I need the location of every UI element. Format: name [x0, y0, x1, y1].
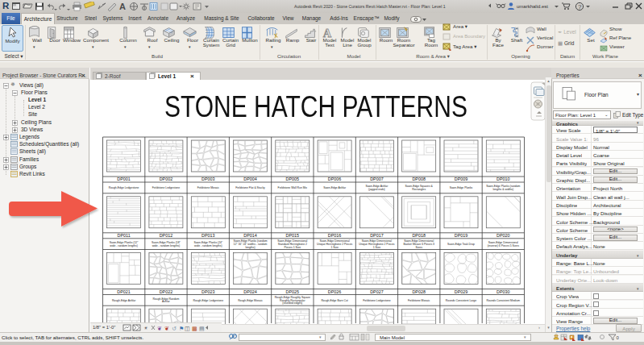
- svg-text:▩: ▩: [192, 326, 197, 331]
- svg-text:Fieldstone Ledgestone: Fieldstone Ledgestone: [152, 186, 180, 189]
- svg-text:DP009: DP009: [455, 177, 467, 181]
- svg-text:DP014: DP014: [243, 233, 256, 238]
- svg-text:?: ?: [578, 3, 582, 10]
- svg-text:Sawn-Edge DimensionalUnique He: Sawn-Edge DimensionalUnique Herringbone …: [359, 239, 395, 248]
- svg-text:Fieldstone Mosaic: Fieldstone Mosaic: [197, 186, 220, 189]
- svg-text:DP022: DP022: [160, 289, 172, 294]
- svg-text:Sawn-Edge Planks (18"wide - ra: Sawn-Edge Planks (18"wide - random lengt…: [152, 241, 181, 247]
- svg-text:⚑: ⚑: [179, 326, 184, 331]
- svg-text:DP013: DP013: [202, 233, 214, 238]
- svg-text:DP003: DP003: [202, 177, 214, 181]
- svg-text:Rough-Edge Mosaic: Rough-Edge Mosaic: [238, 299, 263, 302]
- svg-text:Fieldstone Ledgestone: Fieldstone Ledgestone: [363, 299, 390, 302]
- svg-text:DP023: DP023: [202, 289, 214, 294]
- svg-text:Sawn-Edge DimensionalUnique He: Sawn-Edge DimensionalUnique Herringbone …: [317, 239, 353, 248]
- svg-text:Sawn-Edge Teak Drop: Sawn-Edge Teak Drop: [447, 243, 475, 246]
- svg-text:Sawn-Edge DimensionalStandard: Sawn-Edge DimensionalStandard Herringbon…: [277, 239, 307, 248]
- svg-text:Sawn-Edge Planks: Sawn-Edge Planks: [450, 186, 473, 189]
- svg-text:Sawn-Edge Planks (randomlength: Sawn-Edge Planks (randomlengths & widths…: [486, 185, 520, 191]
- svg-text:0: 0: [617, 335, 620, 340]
- svg-text:DP019: DP019: [455, 233, 467, 238]
- svg-text:DP015: DP015: [286, 233, 299, 238]
- svg-text:DP006: DP006: [328, 177, 341, 181]
- svg-text:DP004: DP004: [243, 177, 256, 181]
- svg-text:DP001: DP001: [117, 177, 130, 181]
- svg-text:Rough-Edge RandomAshlar: Rough-Edge RandomAshlar: [152, 297, 179, 304]
- svg-text:◫: ◫: [185, 326, 190, 331]
- svg-text:DP007: DP007: [370, 177, 383, 181]
- svg-text:Sawn-Edge Squares &Rectangles: Sawn-Edge Squares &Rectangles: [405, 185, 434, 191]
- svg-text:DP002: DP002: [160, 177, 172, 181]
- svg-text:Rough-Edge Ledgestone: Rough-Edge Ledgestone: [193, 299, 223, 302]
- svg-text:DP026: DP026: [328, 289, 341, 294]
- svg-text:Sawn-Edge Ashlar: Sawn-Edge Ashlar: [323, 186, 347, 189]
- svg-text:DP005: DP005: [286, 177, 299, 181]
- svg-text:Sawn-Edge Planks (12"wide - ra: Sawn-Edge Planks (12"wide - random lengt…: [110, 241, 139, 247]
- svg-text:Rounds Consistent Medium: Rounds Consistent Medium: [486, 299, 520, 302]
- svg-text:DP011: DP011: [118, 233, 131, 238]
- svg-text:❦: ❦: [157, 326, 162, 331]
- svg-text:DP029: DP029: [455, 289, 467, 294]
- svg-text:DP016: DP016: [328, 233, 341, 238]
- svg-text:Sawn-Edge Dimensional(inverse): Sawn-Edge Dimensional(inverse) 6 Pieces …: [488, 241, 520, 247]
- svg-text:A: A: [119, 2, 126, 11]
- svg-text:Rough-Edge Roughly SquareRough: Rough-Edge Roughly SquareRoughly Rectang…: [275, 296, 310, 305]
- svg-text:umarkhalid.est: umarkhalid.est: [517, 4, 548, 9]
- svg-text:❦: ❦: [164, 326, 169, 331]
- svg-text:Rough-Edge Ledgestone: Rough-Edge Ledgestone: [109, 186, 139, 189]
- svg-text:Sawn-Edge Planks (24"wide - ra: Sawn-Edge Planks (24"wide - random lengt…: [193, 241, 222, 247]
- svg-text:Rounds Consistent Large: Rounds Consistent Large: [446, 299, 476, 302]
- svg-text:☀: ☀: [143, 326, 148, 330]
- svg-text:DP010: DP010: [497, 177, 509, 181]
- svg-text:DP024: DP024: [243, 289, 256, 294]
- svg-text:Rough-Edge Barn Cut: Rough-Edge Barn Cut: [321, 299, 347, 302]
- svg-text:Sawn-Edge Ashlar(jagged ends): Sawn-Edge Ashlar(jagged ends): [365, 185, 388, 191]
- svg-text:▤: ▤: [199, 326, 205, 331]
- svg-text:DP027: DP027: [370, 289, 383, 294]
- svg-text:Fieldstone Wall Run Mix: Fieldstone Wall Run Mix: [278, 186, 308, 189]
- svg-text:DP008: DP008: [412, 177, 425, 181]
- svg-text:↺: ↺: [172, 326, 177, 331]
- svg-text:Rough-Edge Ashlar: Rough-Edge Ashlar: [112, 299, 136, 302]
- svg-text:DP030: DP030: [497, 289, 509, 294]
- svg-text:Fieldstone Flat & Stacky: Fieldstone Flat & Stacky: [235, 186, 265, 189]
- svg-text:DP028: DP028: [412, 289, 425, 294]
- svg-text:Sawn-Edge Planks (random12" 16: Sawn-Edge Planks (random12" 16" 24" widt…: [233, 239, 267, 248]
- svg-text:DP020: DP020: [497, 233, 509, 238]
- svg-text:DP025: DP025: [286, 289, 299, 294]
- svg-text:DP012: DP012: [160, 233, 172, 238]
- svg-text:Fieldstone Mosaic: Fieldstone Mosaic: [408, 299, 430, 302]
- svg-text:DP021: DP021: [117, 289, 130, 294]
- svg-text:Sawn-Edge DimensionalBasket We: Sawn-Edge DimensionalBasket Weave 6 Piec…: [403, 239, 434, 248]
- svg-text:DP018: DP018: [412, 233, 425, 238]
- svg-text:DP017: DP017: [370, 233, 383, 238]
